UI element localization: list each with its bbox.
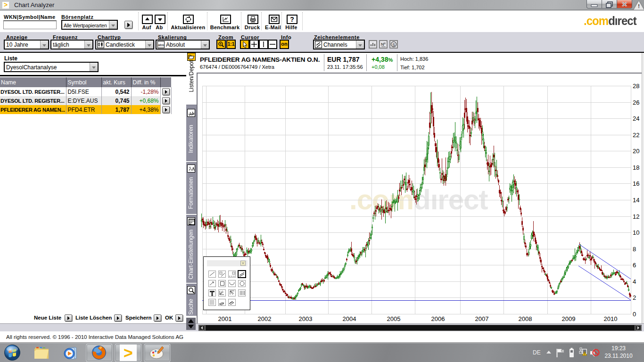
svg-text:>: > xyxy=(124,344,133,362)
svg-text:2007: 2007 xyxy=(475,315,489,322)
svg-text:6: 6 xyxy=(633,262,636,269)
svg-text:2002: 2002 xyxy=(258,315,272,322)
svg-text:abs: abs xyxy=(158,43,164,47)
svg-text:2010: 2010 xyxy=(604,315,618,322)
svg-text:22: 22 xyxy=(633,132,639,139)
svg-text:23.11.2010: 23.11.2010 xyxy=(604,353,632,359)
svg-text:20: 20 xyxy=(633,148,639,155)
svg-text:S: S xyxy=(392,42,395,47)
svg-text:28: 28 xyxy=(633,82,639,90)
svg-text:2009: 2009 xyxy=(562,315,576,322)
svg-text:.comdırect: .comdırect xyxy=(349,184,488,215)
svg-text:19:23: 19:23 xyxy=(611,345,626,352)
svg-text:2001: 2001 xyxy=(218,315,232,322)
svg-text:8: 8 xyxy=(633,246,636,253)
svg-text:14: 14 xyxy=(633,197,639,204)
svg-text:4: 4 xyxy=(633,278,636,285)
svg-text:10: 10 xyxy=(633,229,639,236)
svg-text:?: ? xyxy=(290,16,294,23)
svg-text:24: 24 xyxy=(633,115,639,122)
svg-text:2006: 2006 xyxy=(431,315,445,322)
svg-text:18: 18 xyxy=(633,164,639,171)
svg-text:12: 12 xyxy=(633,213,639,220)
svg-text:2004: 2004 xyxy=(343,315,356,322)
svg-text:26: 26 xyxy=(633,99,639,106)
svg-text:!: ! xyxy=(584,352,585,355)
svg-text:2003: 2003 xyxy=(299,315,313,322)
svg-text:2008: 2008 xyxy=(519,315,532,322)
svg-text:2005: 2005 xyxy=(387,315,401,322)
svg-text:N: N xyxy=(381,42,384,47)
svg-text:0: 0 xyxy=(633,311,636,318)
svg-text:16: 16 xyxy=(633,180,639,187)
svg-text:DE: DE xyxy=(533,349,541,356)
svg-text:2: 2 xyxy=(633,294,636,301)
